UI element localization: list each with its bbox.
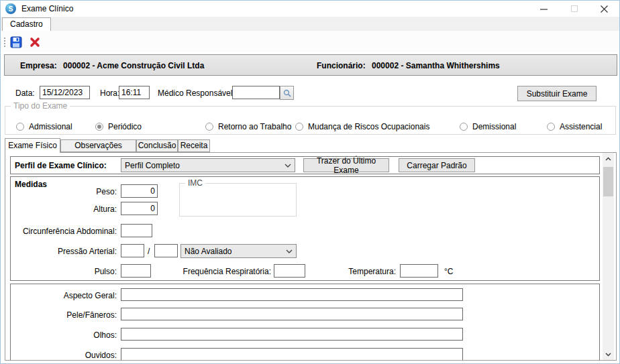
data-label: Data:: [15, 88, 35, 98]
tab-receita[interactable]: Receita: [178, 139, 210, 152]
empresa-label: Empresa:: [20, 61, 57, 70]
empresa-info: Empresa: 000002 - Acme Construção Civil …: [20, 61, 204, 70]
tab-cadastro[interactable]: Cadastro: [2, 17, 51, 31]
radio-periodico[interactable]: Periódico: [95, 122, 142, 131]
window-controls: [529, 1, 619, 17]
pressao-combobox[interactable]: Não Avaliado: [180, 244, 297, 258]
chevron-up-icon: [605, 157, 611, 161]
scroll-down-button[interactable]: [603, 349, 614, 360]
app-logo-icon: S: [5, 3, 16, 14]
pressao-diastolica-input[interactable]: [154, 244, 178, 257]
pele-faneros-input[interactable]: [121, 308, 463, 320]
peso-label: Peso:: [11, 187, 117, 196]
context-header: Empresa: 000002 - Acme Construção Civil …: [4, 54, 617, 76]
funcionario-label: Funcionário:: [317, 61, 366, 70]
circunferencia-label: Circunferência Abdominal:: [11, 227, 117, 236]
floppy-disk-icon: [10, 36, 22, 48]
imc-legend: IMC: [185, 178, 205, 188]
save-button[interactable]: [8, 34, 23, 50]
aspecto-geral-label: Aspecto Geral:: [11, 291, 117, 300]
radio-label: Demissional: [472, 122, 516, 131]
window-title: Exame Clínico: [21, 4, 73, 13]
imc-groupbox: IMC: [179, 183, 297, 217]
temperatura-label: Temperatura:: [319, 267, 396, 276]
radio-label: Periódico: [108, 122, 142, 131]
radio-admissional[interactable]: Admissional: [16, 122, 72, 131]
medico-search-button[interactable]: [280, 86, 294, 100]
radio-circle-icon: [205, 123, 213, 131]
funcionario-info: Funcionário: 000002 - Samantha Whithersh…: [317, 61, 500, 70]
radio-circle-icon: [295, 123, 303, 131]
medico-input[interactable]: [232, 86, 280, 99]
chevron-down-icon: [282, 164, 291, 168]
cancel-button[interactable]: [27, 34, 42, 50]
temperatura-unit: °C: [444, 267, 453, 276]
peso-input[interactable]: [121, 184, 158, 198]
radio-retorno-ao-trabalho[interactable]: Retorno ao Trabalho: [205, 122, 291, 131]
radio-label: Assistencial: [560, 122, 602, 131]
frequencia-input[interactable]: [274, 264, 305, 278]
title-bar: S Exame Clínico: [1, 1, 619, 17]
magnifier-icon: [283, 89, 291, 97]
ouvidos-input[interactable]: [121, 348, 463, 361]
exame-clinico-window: S Exame Clínico Cadastro: [0, 0, 620, 364]
circunferencia-input[interactable]: [121, 224, 152, 237]
radio-circle-icon: [460, 123, 468, 131]
perfil-combobox-value: Perfil Completo: [125, 161, 180, 170]
maximize-icon: [571, 5, 578, 12]
carregar-padrao-button[interactable]: Carregar Padrão: [399, 158, 475, 172]
minimize-icon: [540, 5, 548, 13]
scroll-up-button[interactable]: [603, 153, 614, 164]
ouvidos-label: Ouvidos:: [11, 351, 117, 360]
radio-circle-icon: [95, 123, 103, 131]
tab-conclusao[interactable]: Conclusão: [136, 139, 178, 152]
exame-fisico-tab-page: Perfil de Exame Clínico: Perfil Completo…: [5, 152, 617, 361]
tipo-exame-legend: Tipo do Exame: [11, 101, 70, 111]
radio-circle-icon: [16, 123, 24, 131]
radio-label: Mudança de Riscos Ocupacionais: [308, 122, 429, 131]
radio-assistencial[interactable]: Assistencial: [547, 122, 602, 131]
medidas-panel: Medidas Peso: IMC Altura: Circunferência…: [10, 176, 600, 281]
olhos-label: Olhos:: [11, 330, 117, 340]
pressao-separator: /: [148, 247, 150, 256]
aspecto-geral-input[interactable]: [121, 288, 463, 301]
trazer-ultimo-exame-button[interactable]: Trazer do Último Exame: [303, 158, 389, 172]
red-x-icon: [30, 37, 40, 48]
altura-input[interactable]: [121, 202, 158, 215]
pulso-input[interactable]: [121, 264, 151, 278]
hora-input[interactable]: [119, 86, 150, 99]
tab-observacoes-clinicas[interactable]: Observações Clínicas: [60, 139, 136, 152]
funcionario-value: 000002 - Samantha Whithershims: [372, 61, 500, 70]
medico-label: Médico Responsável:: [158, 88, 235, 98]
pressao-combobox-value: Não Avaliado: [185, 247, 232, 256]
empresa-value: 000002 - Acme Construção Civil Ltda: [63, 61, 204, 70]
frequencia-label: Frequência Respiratória:: [165, 267, 271, 276]
tipo-exame-groupbox: Tipo do Exame Admissional Periódico Reto…: [5, 106, 616, 135]
olhos-input[interactable]: [121, 328, 463, 341]
perfil-panel: Perfil de Exame Clínico: Perfil Completo…: [10, 156, 600, 174]
altura-label: Altura:: [11, 204, 117, 214]
substituir-exame-button[interactable]: Substituir Exame: [517, 86, 597, 101]
radio-circle-icon: [547, 123, 555, 131]
radio-mudanca-riscos[interactable]: Mudança de Riscos Ocupacionais: [295, 122, 429, 131]
perfil-label: Perfil de Exame Clínico:: [15, 161, 107, 170]
radio-demissional[interactable]: Demissional: [460, 122, 516, 131]
toolbar-grip-handle: [3, 37, 6, 48]
minimize-button[interactable]: [529, 1, 559, 17]
pressao-label: Pressão Arterial:: [11, 247, 117, 256]
exame-fisico-fields-panel: Aspecto Geral: Pele/Fâneros: Olhos: Ouvi…: [10, 284, 600, 361]
pulso-label: Pulso:: [11, 267, 117, 276]
perfil-combobox[interactable]: Perfil Completo: [121, 158, 295, 172]
data-input[interactable]: [40, 86, 90, 99]
menu-strip: Cadastro: [1, 17, 619, 31]
pele-faneros-label: Pele/Fâneros:: [11, 310, 117, 320]
vertical-scrollbar[interactable]: [603, 153, 614, 360]
chevron-down-icon: [605, 353, 611, 357]
scrollbar-thumb[interactable]: [603, 167, 613, 196]
pressao-sistolica-input[interactable]: [121, 244, 144, 257]
close-button[interactable]: [589, 1, 619, 17]
maximize-button: [559, 1, 589, 17]
radio-label: Admissional: [29, 122, 72, 131]
tab-exame-fisico[interactable]: Exame Físico: [5, 138, 60, 153]
temperatura-input[interactable]: [400, 264, 438, 278]
